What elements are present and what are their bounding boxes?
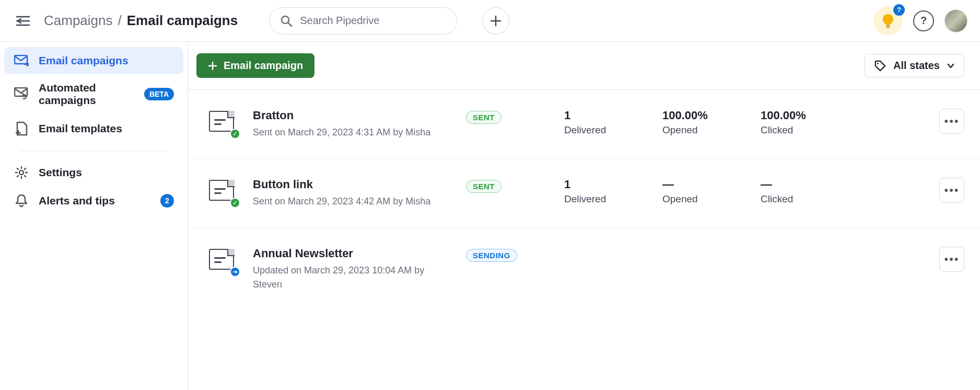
row-actions-button[interactable]: ••• xyxy=(939,109,964,134)
campaign-row[interactable]: ➜ Annual Newsletter Updated on March 29,… xyxy=(188,228,980,311)
button-label: Email campaign xyxy=(224,60,303,72)
breadcrumb: Campaigns / Email campaigns xyxy=(44,13,238,29)
campaign-subtitle: Sent on March 29, 2023 4:42 AM by Misha xyxy=(253,194,451,209)
campaign-status: SENDING xyxy=(466,247,550,262)
sidebar-item-alerts[interactable]: Alerts and tips 2 xyxy=(4,187,183,215)
alerts-count-badge: 2 xyxy=(160,194,174,208)
topbar-right: ? ? xyxy=(873,6,967,36)
campaign-thumbnail-icon: ➜ xyxy=(209,249,238,274)
campaign-title: Annual Newsletter xyxy=(253,247,451,260)
sidebar-item-label: Automated campaigns xyxy=(39,82,122,107)
sidebar-divider xyxy=(20,151,168,151)
stat-value: — xyxy=(662,178,746,191)
bell-icon xyxy=(14,194,29,208)
search-icon xyxy=(280,15,293,27)
main: Email campaign All states ✓ xyxy=(188,42,980,390)
more-horizontal-icon: ••• xyxy=(944,114,959,128)
menu-collapse-icon xyxy=(16,15,30,27)
campaign-thumbnail-icon: ✓ xyxy=(209,111,238,136)
svg-rect-8 xyxy=(886,27,890,28)
sidebar-item-label: Alerts and tips xyxy=(39,194,115,207)
topbar: Campaigns / Email campaigns ? ? xyxy=(0,0,980,42)
svg-rect-7 xyxy=(886,25,890,26)
campaign-info: Annual Newsletter Updated on March 29, 2… xyxy=(253,247,451,292)
row-actions-button[interactable]: ••• xyxy=(939,178,964,203)
stat-label: Delivered xyxy=(564,193,648,205)
stat-delivered: 1 Delivered xyxy=(564,109,648,136)
breadcrumb-leaf: Email campaigns xyxy=(127,13,238,29)
stat-value: 1 xyxy=(564,109,648,122)
stat-value: — xyxy=(761,178,844,191)
stat-value: 100.00% xyxy=(662,109,746,122)
stat-label: Clicked xyxy=(761,124,844,136)
stat-clicked: 100.00% Clicked xyxy=(761,109,844,136)
more-horizontal-icon: ••• xyxy=(944,183,959,197)
stat-label: Opened xyxy=(662,124,746,136)
sidebar-item-settings[interactable]: Settings xyxy=(4,158,183,187)
campaign-status: SENT xyxy=(466,109,550,124)
stat-clicked: — Clicked xyxy=(761,178,844,205)
stat-opened: — Opened xyxy=(662,178,746,205)
status-pill: SENT xyxy=(466,180,501,193)
new-email-campaign-button[interactable]: Email campaign xyxy=(196,53,314,78)
campaign-row[interactable]: ✓ Button link Sent on March 29, 2023 4:4… xyxy=(188,159,980,228)
beta-badge: BETA xyxy=(144,88,174,100)
campaign-info: Button link Sent on March 29, 2023 4:42 … xyxy=(253,178,451,209)
campaign-row[interactable]: ✓ Bratton Sent on March 29, 2023 4:31 AM… xyxy=(188,90,980,159)
stat-opened: 100.00% Opened xyxy=(662,109,746,136)
svg-point-16 xyxy=(877,62,879,64)
campaign-thumbnail-icon: ✓ xyxy=(209,180,238,205)
lightbulb-icon xyxy=(881,13,895,29)
search-input[interactable] xyxy=(300,15,446,27)
plus-icon xyxy=(208,61,217,71)
campaign-list: ✓ Bratton Sent on March 29, 2023 4:31 AM… xyxy=(188,90,980,390)
toolbar: Email campaign All states xyxy=(188,42,980,90)
sidebar-item-automated-campaigns[interactable]: Automated campaigns BETA xyxy=(4,74,183,114)
add-button[interactable] xyxy=(482,7,509,35)
template-icon xyxy=(14,121,29,136)
sidebar-item-label: Email campaigns xyxy=(39,54,129,67)
campaign-title: Button link xyxy=(253,178,451,191)
stat-delivered: 1 Delivered xyxy=(564,178,648,205)
row-actions-button[interactable]: ••• xyxy=(939,247,964,272)
campaign-title: Bratton xyxy=(253,109,451,122)
email-auto-icon xyxy=(14,87,29,101)
campaign-subtitle: Updated on March 29, 2023 10:04 AM by St… xyxy=(253,263,451,292)
stat-label: Opened xyxy=(662,193,746,205)
stat-label: Clicked xyxy=(761,193,844,205)
status-indicator-sending-icon: ➜ xyxy=(230,267,240,277)
sidebar-item-label: Settings xyxy=(39,166,82,179)
user-avatar[interactable] xyxy=(944,9,967,32)
gear-icon xyxy=(14,166,29,179)
status-indicator-sent-icon: ✓ xyxy=(230,129,240,139)
svg-line-4 xyxy=(288,22,292,26)
sidebar-item-label: Email templates xyxy=(39,122,122,135)
stat-label: Delivered xyxy=(564,124,648,136)
breadcrumb-separator: / xyxy=(118,13,122,29)
menu-toggle-button[interactable] xyxy=(13,10,33,31)
status-indicator-sent-icon: ✓ xyxy=(230,198,240,208)
sidebar-item-email-campaigns[interactable]: Email campaigns xyxy=(4,47,183,74)
help-button[interactable]: ? xyxy=(913,10,934,31)
chevron-down-icon xyxy=(947,63,954,68)
more-horizontal-icon: ••• xyxy=(944,253,959,266)
campaign-status: SENT xyxy=(466,178,550,193)
state-filter-button[interactable]: All states xyxy=(865,54,964,77)
filter-label: All states xyxy=(893,60,940,72)
svg-point-13 xyxy=(19,170,24,175)
sidebar: Email campaigns Automated campaigns BETA… xyxy=(0,42,188,390)
campaign-info: Bratton Sent on March 29, 2023 4:31 AM b… xyxy=(253,109,451,140)
breadcrumb-root[interactable]: Campaigns xyxy=(44,13,113,29)
layout: Email campaigns Automated campaigns BETA… xyxy=(0,42,980,390)
sidebar-item-email-templates[interactable]: Email templates xyxy=(4,114,183,143)
stat-value: 1 xyxy=(564,178,648,191)
email-send-icon xyxy=(14,55,29,66)
tips-button[interactable]: ? xyxy=(873,6,903,36)
tag-icon xyxy=(874,60,886,72)
status-pill: SENT xyxy=(466,111,501,124)
campaign-subtitle: Sent on March 29, 2023 4:31 AM by Misha xyxy=(253,125,451,140)
question-mark-icon: ? xyxy=(920,15,927,27)
tips-badge: ? xyxy=(893,4,905,16)
plus-icon xyxy=(490,15,501,27)
search-field[interactable] xyxy=(269,7,457,35)
